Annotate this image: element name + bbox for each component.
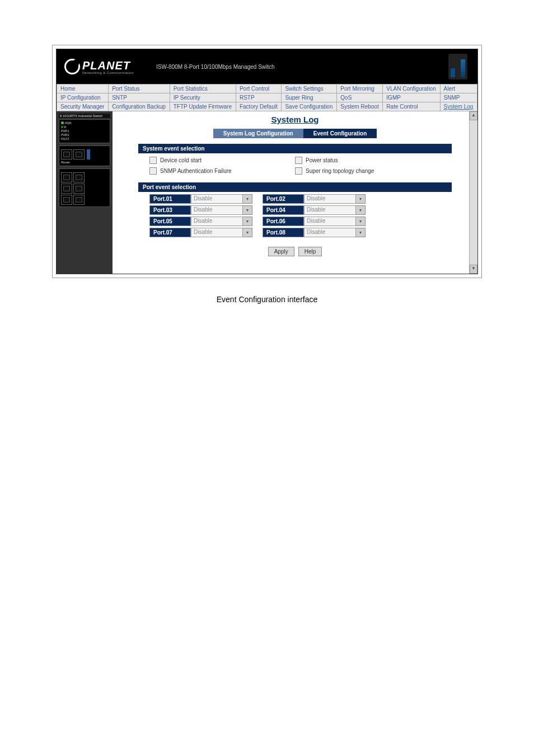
port-event-heading: Port event selection	[138, 182, 452, 192]
main-content: System Log System Log Configuration Even…	[113, 111, 477, 274]
chevron-down-icon[interactable]: ▼	[243, 205, 252, 215]
nav-ip-config[interactable]: IP Configuration	[57, 93, 109, 102]
brand-logo: PLANET Networking & Communication	[64, 59, 134, 74]
nav-menu: Home Port Status Port Statistics Port Co…	[57, 84, 477, 111]
port08-label: Port.08	[263, 228, 304, 237]
port03-label: Port.03	[149, 205, 191, 215]
content-scrollbar[interactable]: ▲ ▼	[469, 111, 477, 274]
nav-sntp[interactable]: SNTP	[109, 93, 170, 102]
system-event-heading: System event selection	[138, 144, 452, 153]
chevron-down-icon[interactable]: ▼	[356, 228, 366, 237]
port03-select[interactable]: Disable	[191, 205, 243, 215]
nav-snmp[interactable]: SNMP	[440, 93, 477, 102]
chk-device-cold-start[interactable]	[149, 157, 157, 164]
port05-label: Port.05	[149, 217, 191, 226]
page-title: System Log	[116, 115, 474, 124]
port-event-grid: Port.01 Disable▼ Port.02 Disable▼ Port.0…	[116, 192, 474, 241]
port06-select[interactable]: Disable	[304, 217, 356, 226]
port06-label: Port.06	[263, 217, 304, 226]
tab-event-config[interactable]: Event Configuration	[303, 129, 377, 138]
device-diagram-top: PWRR.MPWR1PWR2FAULT	[59, 119, 110, 143]
chk-snmp-auth-failure[interactable]	[149, 167, 157, 175]
nav-alert[interactable]: Alert	[440, 84, 477, 93]
nav-config-backup[interactable]: Configuration Backup	[109, 102, 170, 111]
tab-syslog-config[interactable]: System Log Configuration	[213, 129, 303, 138]
nav-vlan-config[interactable]: VLAN Configuration	[383, 84, 440, 93]
chevron-down-icon[interactable]: ▼	[243, 217, 252, 226]
chevron-down-icon[interactable]: ▼	[243, 228, 252, 237]
nav-home[interactable]: Home	[57, 84, 109, 93]
product-title: ISW-800M 8-Port 10/100Mbps Managed Switc…	[156, 64, 275, 70]
lbl-device-cold-start: Device cold start	[160, 157, 202, 163]
nav-security-mgr[interactable]: Security Manager	[57, 102, 109, 111]
header-banner: PLANET Networking & Communication ISW-80…	[57, 49, 477, 84]
nav-factory-default[interactable]: Factory Default	[236, 102, 281, 111]
nav-system-reboot[interactable]: System Reboot	[337, 102, 383, 111]
port07-select[interactable]: Disable	[191, 228, 243, 237]
chevron-down-icon[interactable]: ▼	[356, 194, 366, 204]
brand-tagline: Networking & Communication	[82, 71, 134, 74]
chk-power-status[interactable]	[295, 157, 302, 164]
nav-ip-security[interactable]: IP Security	[170, 93, 236, 102]
apply-button[interactable]: Apply	[268, 247, 294, 256]
logo-icon	[64, 59, 80, 74]
chk-super-ring-topo[interactable]	[295, 167, 302, 175]
port04-label: Port.04	[263, 205, 304, 215]
port05-select[interactable]: Disable	[191, 217, 243, 226]
lbl-snmp-auth-failure: SNMP Authentication Failure	[160, 168, 232, 174]
chevron-down-icon[interactable]: ▼	[356, 217, 366, 226]
scroll-up-icon[interactable]: ▲	[470, 111, 477, 120]
lbl-super-ring-topo: Super ring topology change	[306, 168, 374, 174]
port02-label: Port.02	[263, 194, 304, 204]
nav-port-mirroring[interactable]: Port Mirroring	[337, 84, 383, 93]
tab-bar: System Log Configuration Event Configura…	[116, 129, 474, 138]
device-diagram-ports	[59, 168, 110, 207]
device-icon	[448, 54, 467, 79]
figure-caption: Event Configuration interface	[0, 295, 534, 304]
brand-name: PLANET	[82, 59, 134, 72]
scroll-down-icon[interactable]: ▼	[470, 265, 477, 274]
nav-save-config[interactable]: Save Configuration	[282, 102, 337, 111]
lbl-power-status: Power status	[306, 157, 338, 163]
chevron-down-icon[interactable]: ▼	[243, 194, 252, 204]
nav-switch-settings[interactable]: Switch Settings	[282, 84, 337, 93]
nav-igmp[interactable]: IGMP	[383, 93, 440, 102]
nav-tftp-update[interactable]: TFTP Update Firmware	[170, 102, 236, 111]
port01-select[interactable]: Disable	[191, 194, 243, 204]
device-diagram-mid: Reset	[59, 145, 110, 166]
sidebar-device-panel: 8 10/100TX Industrial Switch PWRR.MPWR1P…	[57, 111, 113, 274]
port01-label: Port.01	[149, 194, 191, 204]
sidebar-model-label: 8 10/100TX Industrial Switch	[59, 114, 110, 118]
help-button[interactable]: Help	[298, 247, 322, 256]
chevron-down-icon[interactable]: ▼	[356, 205, 366, 215]
port02-select[interactable]: Disable	[304, 194, 356, 204]
nav-port-control[interactable]: Port Control	[236, 84, 281, 93]
nav-super-ring[interactable]: Super Ring	[282, 93, 337, 102]
port07-label: Port.07	[149, 228, 191, 237]
nav-port-statistics[interactable]: Port Statistics	[170, 84, 236, 93]
nav-rstp[interactable]: RSTP	[236, 93, 281, 102]
browser-frame: PLANET Networking & Communication ISW-80…	[52, 45, 482, 278]
nav-system-log[interactable]: System Log	[440, 102, 477, 111]
nav-port-status[interactable]: Port Status	[109, 84, 170, 93]
nav-qos[interactable]: QoS	[337, 93, 383, 102]
port04-select[interactable]: Disable	[304, 205, 356, 215]
port08-select[interactable]: Disable	[304, 228, 356, 237]
nav-rate-control[interactable]: Rate Control	[383, 102, 440, 111]
